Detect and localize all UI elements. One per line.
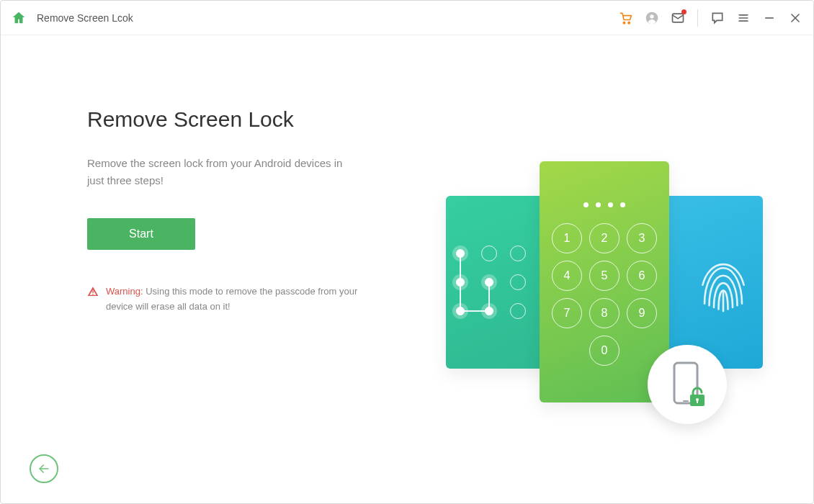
key-9: 9 [627, 298, 657, 328]
svg-point-0 [623, 22, 625, 23]
key-8: 8 [589, 298, 620, 328]
key-3: 3 [627, 223, 657, 253]
main-heading: Remove Screen Lock [87, 107, 404, 132]
key-2: 2 [589, 223, 620, 253]
svg-rect-11 [92, 291, 93, 293]
close-icon[interactable] [787, 10, 803, 26]
warning-body: Using this mode to remove the passcode f… [106, 286, 357, 312]
key-1: 1 [552, 223, 582, 253]
svg-rect-12 [92, 294, 93, 294]
svg-rect-14 [683, 400, 689, 402]
account-icon[interactable] [644, 10, 660, 26]
left-panel: Remove Screen Lock Remove the screen loc… [87, 107, 404, 503]
cart-icon[interactable] [618, 10, 634, 26]
key-5: 5 [589, 261, 620, 291]
app-window: Remove Screen Lcok [0, 0, 814, 504]
feedback-icon[interactable] [710, 10, 725, 26]
illustration: 1 2 3 4 5 6 7 8 9 0 [446, 161, 763, 406]
separator [697, 9, 698, 27]
warning-icon [87, 286, 99, 300]
pattern-card [446, 196, 554, 369]
svg-rect-17 [697, 400, 698, 403]
pin-dots [583, 202, 625, 207]
title-bar: Remove Screen Lcok [1, 1, 813, 35]
mail-icon[interactable] [670, 10, 686, 26]
phone-unlock-badge [648, 345, 727, 424]
menu-icon[interactable] [735, 10, 751, 26]
key-4: 4 [552, 261, 582, 291]
key-6: 6 [627, 261, 657, 291]
minimize-icon[interactable] [761, 10, 777, 26]
warning-label: Warning: [106, 286, 143, 297]
warning-row: Warning: Using this mode to remove the p… [87, 284, 375, 315]
pattern-grid [450, 243, 529, 322]
start-button[interactable]: Start [87, 218, 195, 250]
titlebar-actions [618, 9, 803, 27]
key-0: 0 [589, 336, 620, 366]
fingerprint-icon [666, 247, 751, 318]
main-description: Remove the screen lock from your Android… [87, 155, 361, 189]
main-content: Remove Screen Lock Remove the screen loc… [1, 35, 813, 503]
page-title: Remove Screen Lcok [37, 12, 133, 24]
back-button[interactable] [30, 454, 58, 483]
keypad: 1 2 3 4 5 6 7 8 9 0 [552, 223, 657, 366]
home-icon[interactable] [11, 10, 27, 26]
keypad-card: 1 2 3 4 5 6 7 8 9 0 [540, 161, 669, 402]
svg-point-3 [650, 14, 653, 18]
svg-point-1 [628, 22, 630, 23]
warning-text: Warning: Using this mode to remove the p… [106, 284, 375, 315]
fingerprint-card [655, 196, 763, 369]
key-7: 7 [552, 298, 582, 328]
